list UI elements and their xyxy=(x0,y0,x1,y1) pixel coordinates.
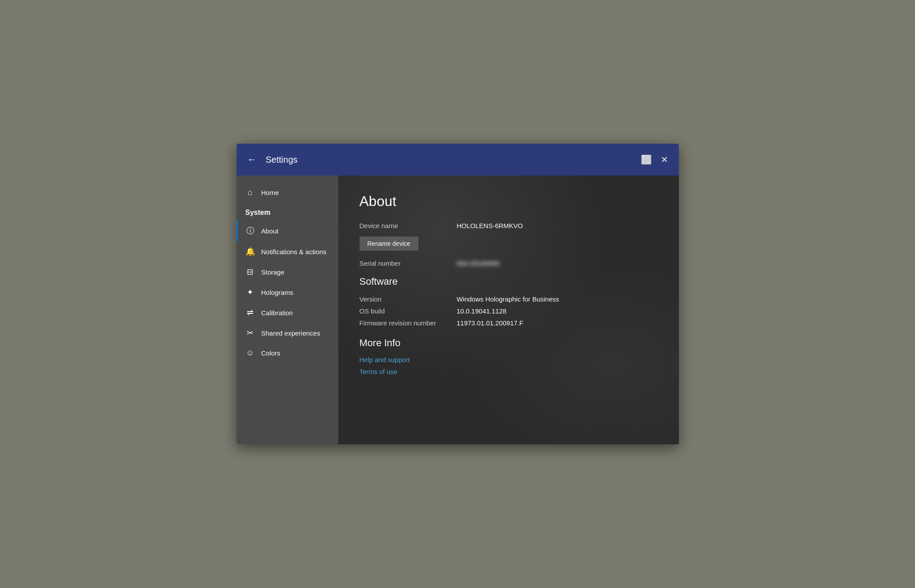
firmware-label: Firmware revision number xyxy=(360,319,457,327)
sidebar-item-about[interactable]: ⓘ About xyxy=(237,220,338,241)
serial-number-label: Serial number xyxy=(360,260,457,267)
os-build-row: OS build 10.0.19041.1128 xyxy=(360,307,658,315)
sidebar-section-system: System xyxy=(237,202,338,220)
sidebar-item-home[interactable]: ⌂ Home xyxy=(237,183,338,202)
sidebar-about-label: About xyxy=(261,227,279,235)
serial-number-row: Serial number 004-29190065 xyxy=(360,260,658,267)
sidebar-item-notifications[interactable]: 🔔 Notifications & actions xyxy=(237,241,338,262)
device-name-value: HOLOLENS-6RMKVO xyxy=(457,222,523,229)
sidebar: ⌂ Home System ⓘ About 🔔 Notifications & … xyxy=(237,176,338,444)
page-title: About xyxy=(360,193,658,210)
storage-icon: ⊟ xyxy=(245,267,255,277)
rename-device-button[interactable]: Rename device xyxy=(360,237,418,251)
firmware-row: Firmware revision number 11973.01.01.200… xyxy=(360,319,658,327)
version-row: Version Windows Holographic for Business xyxy=(360,295,658,303)
sidebar-item-storage[interactable]: ⊟ Storage xyxy=(237,262,338,282)
version-value: Windows Holographic for Business xyxy=(457,295,559,303)
notifications-icon: 🔔 xyxy=(245,247,255,256)
calibration-icon: ⇌ xyxy=(245,308,255,317)
home-icon: ⌂ xyxy=(245,188,255,197)
version-label: Version xyxy=(360,295,457,303)
serial-number-value: 004-29190065 xyxy=(457,260,500,267)
about-icon: ⓘ xyxy=(245,225,255,236)
software-heading: Software xyxy=(360,276,658,287)
settings-window: ← Settings ⬜ ✕ ⌂ Home System ⓘ About 🔔 N… xyxy=(237,144,679,444)
more-info-heading: More Info xyxy=(360,337,658,349)
holograms-icon: ✦ xyxy=(245,287,255,297)
os-build-value: 10.0.19041.1128 xyxy=(457,307,507,315)
terms-of-use-link[interactable]: Terms of use xyxy=(360,368,658,375)
sidebar-notifications-label: Notifications & actions xyxy=(261,248,327,256)
title-bar: ← Settings ⬜ ✕ xyxy=(237,144,679,176)
window-icon-button[interactable]: ⬜ xyxy=(641,154,652,165)
sidebar-item-holograms[interactable]: ✦ Holograms xyxy=(237,282,338,302)
content-panel: About Device name HOLOLENS-6RMKVO Rename… xyxy=(338,176,679,444)
sidebar-home-label: Home xyxy=(261,189,279,196)
colors-icon: ☺ xyxy=(245,348,255,358)
device-name-row: Device name HOLOLENS-6RMKVO xyxy=(360,222,658,229)
close-button[interactable]: ✕ xyxy=(661,154,668,165)
help-support-link[interactable]: Help and support xyxy=(360,356,658,363)
shared-icon: ✂ xyxy=(245,328,255,338)
sidebar-shared-label: Shared experiences xyxy=(261,329,320,337)
sidebar-colors-label: Colors xyxy=(261,349,280,357)
back-button[interactable]: ← xyxy=(247,155,257,164)
sidebar-item-shared[interactable]: ✂ Shared experiences xyxy=(237,323,338,343)
sidebar-calibration-label: Calibration xyxy=(261,309,293,317)
main-content: ⌂ Home System ⓘ About 🔔 Notifications & … xyxy=(237,176,679,444)
device-name-label: Device name xyxy=(360,222,457,229)
window-title: Settings xyxy=(266,155,641,165)
window-controls: ⬜ ✕ xyxy=(641,154,668,165)
sidebar-item-calibration[interactable]: ⇌ Calibration xyxy=(237,302,338,323)
os-build-label: OS build xyxy=(360,307,457,315)
firmware-value: 11973.01.01.200917.F xyxy=(457,319,524,327)
sidebar-storage-label: Storage xyxy=(261,268,285,276)
sidebar-item-colors[interactable]: ☺ Colors xyxy=(237,343,338,363)
system-section-label: System xyxy=(245,209,271,217)
sidebar-holograms-label: Holograms xyxy=(261,289,294,296)
